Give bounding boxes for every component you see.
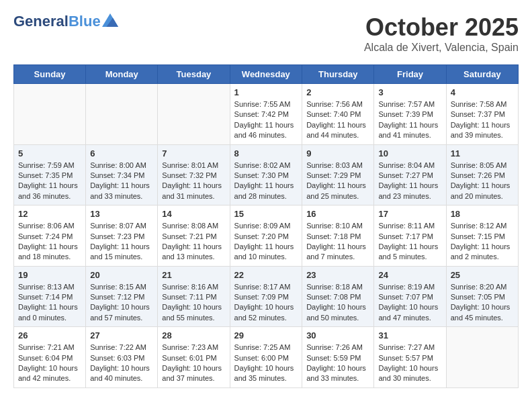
logo: GeneralBlue — [13, 13, 118, 30]
calendar-cell: 30Sunrise: 7:26 AM Sunset: 5:59 PM Dayli… — [302, 327, 374, 388]
cell-content: Sunrise: 8:19 AM Sunset: 7:07 PM Dayligh… — [378, 282, 441, 324]
day-number: 22 — [234, 270, 298, 280]
calendar-cell — [14, 84, 86, 145]
day-number: 9 — [306, 148, 369, 158]
day-number: 3 — [378, 87, 441, 97]
cell-content: Sunrise: 8:18 AM Sunset: 7:08 PM Dayligh… — [306, 282, 369, 324]
day-number: 14 — [162, 209, 225, 219]
cell-content: Sunrise: 8:01 AM Sunset: 7:32 PM Dayligh… — [162, 161, 225, 202]
day-number: 31 — [378, 330, 441, 340]
cell-content: Sunrise: 8:02 AM Sunset: 7:30 PM Dayligh… — [234, 161, 298, 202]
day-number: 30 — [306, 330, 369, 340]
cell-content: Sunrise: 8:20 AM Sunset: 7:05 PM Dayligh… — [451, 282, 514, 324]
day-number: 1 — [234, 87, 298, 97]
calendar-cell: 9Sunrise: 8:03 AM Sunset: 7:29 PM Daylig… — [302, 144, 374, 205]
calendar-cell: 20Sunrise: 8:15 AM Sunset: 7:12 PM Dayli… — [86, 266, 158, 327]
calendar-cell: 17Sunrise: 8:11 AM Sunset: 7:17 PM Dayli… — [374, 205, 446, 267]
day-number: 4 — [451, 87, 514, 97]
month-title: October 2025 — [364, 13, 519, 42]
calendar-cell: 13Sunrise: 8:07 AM Sunset: 7:23 PM Dayli… — [86, 205, 158, 267]
day-number: 6 — [90, 148, 153, 158]
cell-content: Sunrise: 7:25 AM Sunset: 6:00 PM Dayligh… — [234, 342, 298, 384]
day-number: 24 — [378, 270, 441, 280]
calendar-week-3: 12Sunrise: 8:06 AM Sunset: 7:24 PM Dayli… — [14, 205, 519, 267]
cell-content: Sunrise: 7:57 AM Sunset: 7:39 PM Dayligh… — [378, 99, 441, 141]
day-number: 25 — [451, 270, 514, 280]
day-number: 26 — [18, 330, 81, 340]
day-number: 19 — [18, 270, 81, 280]
cell-content: Sunrise: 8:04 AM Sunset: 7:27 PM Dayligh… — [378, 161, 441, 202]
title-block: October 2025 Alcala de Xivert, Valencia,… — [364, 13, 519, 54]
calendar-cell: 25Sunrise: 8:20 AM Sunset: 7:05 PM Dayli… — [446, 266, 518, 327]
cell-content: Sunrise: 8:08 AM Sunset: 7:21 PM Dayligh… — [162, 221, 225, 263]
day-number: 29 — [234, 330, 298, 340]
day-number: 16 — [306, 209, 369, 219]
calendar-cell: 15Sunrise: 8:09 AM Sunset: 7:20 PM Dayli… — [230, 205, 302, 267]
day-number: 18 — [451, 209, 514, 219]
day-number: 13 — [90, 209, 153, 219]
calendar-cell: 1Sunrise: 7:55 AM Sunset: 7:42 PM Daylig… — [230, 84, 302, 145]
calendar-cell: 5Sunrise: 7:59 AM Sunset: 7:35 PM Daylig… — [14, 144, 86, 205]
location: Alcala de Xivert, Valencia, Spain — [364, 42, 519, 54]
calendar-cell: 8Sunrise: 8:02 AM Sunset: 7:30 PM Daylig… — [230, 144, 302, 205]
calendar-cell: 7Sunrise: 8:01 AM Sunset: 7:32 PM Daylig… — [158, 144, 230, 205]
calendar-cell: 18Sunrise: 8:12 AM Sunset: 7:15 PM Dayli… — [446, 205, 518, 267]
cell-content: Sunrise: 7:59 AM Sunset: 7:35 PM Dayligh… — [18, 161, 81, 202]
cell-content: Sunrise: 7:21 AM Sunset: 6:04 PM Dayligh… — [18, 342, 81, 384]
col-header-saturday: Saturday — [446, 65, 518, 84]
cell-content: Sunrise: 8:10 AM Sunset: 7:18 PM Dayligh… — [306, 221, 369, 263]
day-number: 23 — [306, 270, 369, 280]
calendar-cell: 2Sunrise: 7:56 AM Sunset: 7:40 PM Daylig… — [302, 84, 374, 145]
day-number: 12 — [18, 209, 81, 219]
calendar-week-5: 26Sunrise: 7:21 AM Sunset: 6:04 PM Dayli… — [14, 327, 519, 388]
cell-content: Sunrise: 8:03 AM Sunset: 7:29 PM Dayligh… — [306, 161, 369, 202]
calendar-cell: 3Sunrise: 7:57 AM Sunset: 7:39 PM Daylig… — [374, 84, 446, 145]
day-number: 15 — [234, 209, 298, 219]
day-number: 17 — [378, 209, 441, 219]
day-number: 8 — [234, 148, 298, 158]
day-number: 2 — [306, 87, 369, 97]
calendar-cell — [158, 84, 230, 145]
calendar-cell: 12Sunrise: 8:06 AM Sunset: 7:24 PM Dayli… — [14, 205, 86, 267]
calendar-cell — [446, 327, 518, 388]
cell-content: Sunrise: 8:05 AM Sunset: 7:26 PM Dayligh… — [451, 161, 514, 202]
col-header-sunday: Sunday — [14, 65, 86, 84]
cell-content: Sunrise: 8:09 AM Sunset: 7:20 PM Dayligh… — [234, 221, 298, 263]
day-number: 28 — [162, 330, 225, 340]
day-number: 20 — [90, 270, 153, 280]
cell-content: Sunrise: 8:06 AM Sunset: 7:24 PM Dayligh… — [18, 221, 81, 263]
cell-content: Sunrise: 7:58 AM Sunset: 7:37 PM Dayligh… — [451, 99, 514, 141]
calendar-cell: 29Sunrise: 7:25 AM Sunset: 6:00 PM Dayli… — [230, 327, 302, 388]
cell-content: Sunrise: 8:15 AM Sunset: 7:12 PM Dayligh… — [90, 282, 153, 324]
cell-content: Sunrise: 8:07 AM Sunset: 7:23 PM Dayligh… — [90, 221, 153, 263]
day-number: 7 — [162, 148, 225, 158]
cell-content: Sunrise: 8:16 AM Sunset: 7:11 PM Dayligh… — [162, 282, 225, 324]
calendar-cell: 28Sunrise: 7:23 AM Sunset: 6:01 PM Dayli… — [158, 327, 230, 388]
cell-content: Sunrise: 7:27 AM Sunset: 5:57 PM Dayligh… — [378, 342, 441, 384]
calendar-week-4: 19Sunrise: 8:13 AM Sunset: 7:14 PM Dayli… — [14, 266, 519, 327]
calendar-cell: 22Sunrise: 8:17 AM Sunset: 7:09 PM Dayli… — [230, 266, 302, 327]
col-header-wednesday: Wednesday — [230, 65, 302, 84]
calendar-cell: 4Sunrise: 7:58 AM Sunset: 7:37 PM Daylig… — [446, 84, 518, 145]
calendar-cell: 6Sunrise: 8:00 AM Sunset: 7:34 PM Daylig… — [86, 144, 158, 205]
cell-content: Sunrise: 8:11 AM Sunset: 7:17 PM Dayligh… — [378, 221, 441, 263]
calendar-cell: 14Sunrise: 8:08 AM Sunset: 7:21 PM Dayli… — [158, 205, 230, 267]
cell-content: Sunrise: 7:23 AM Sunset: 6:01 PM Dayligh… — [162, 342, 225, 384]
calendar-header-row: SundayMondayTuesdayWednesdayThursdayFrid… — [14, 65, 519, 84]
col-header-friday: Friday — [374, 65, 446, 84]
day-number: 10 — [378, 148, 441, 158]
logo-icon — [102, 13, 118, 27]
cell-content: Sunrise: 8:13 AM Sunset: 7:14 PM Dayligh… — [18, 282, 81, 324]
calendar-table: SundayMondayTuesdayWednesdayThursdayFrid… — [13, 64, 519, 388]
cell-content: Sunrise: 8:17 AM Sunset: 7:09 PM Dayligh… — [234, 282, 298, 324]
calendar-cell: 10Sunrise: 8:04 AM Sunset: 7:27 PM Dayli… — [374, 144, 446, 205]
calendar-week-1: 1Sunrise: 7:55 AM Sunset: 7:42 PM Daylig… — [14, 84, 519, 145]
calendar-cell: 23Sunrise: 8:18 AM Sunset: 7:08 PM Dayli… — [302, 266, 374, 327]
logo-text: GeneralBlue — [13, 13, 101, 30]
day-number: 27 — [90, 330, 153, 340]
page-header: GeneralBlue October 2025 Alcala de Xiver… — [13, 13, 519, 54]
calendar-cell: 24Sunrise: 8:19 AM Sunset: 7:07 PM Dayli… — [374, 266, 446, 327]
calendar-cell: 31Sunrise: 7:27 AM Sunset: 5:57 PM Dayli… — [374, 327, 446, 388]
cell-content: Sunrise: 8:00 AM Sunset: 7:34 PM Dayligh… — [90, 161, 153, 202]
calendar-week-2: 5Sunrise: 7:59 AM Sunset: 7:35 PM Daylig… — [14, 144, 519, 205]
